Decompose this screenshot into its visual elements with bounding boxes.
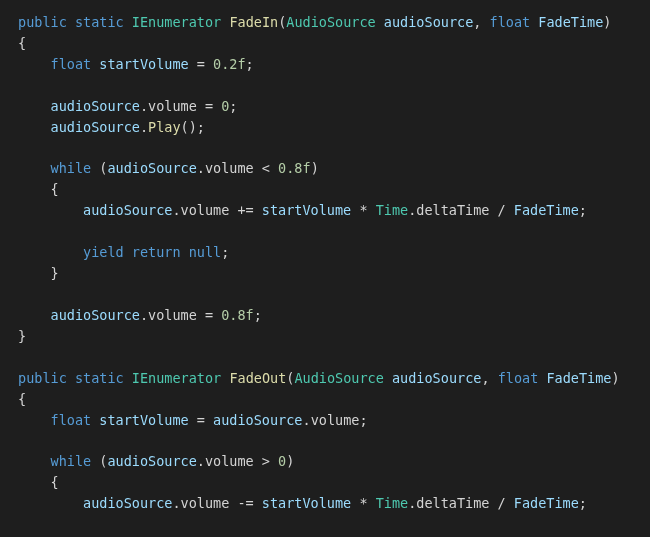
brace: }: [51, 265, 59, 281]
var: audioSource: [83, 202, 172, 218]
keyword: public: [18, 370, 67, 386]
method: Play: [148, 119, 181, 135]
op: .volume =: [140, 307, 221, 323]
var: audioSource: [83, 495, 172, 511]
code-block: public static IEnumerator FadeIn(AudioSo…: [18, 12, 632, 537]
keyword: null: [189, 244, 222, 260]
keyword: float: [490, 14, 531, 30]
keyword: static: [75, 370, 124, 386]
var: audioSource: [107, 160, 196, 176]
op: .deltaTime /: [408, 495, 514, 511]
number: 0.8f: [278, 160, 311, 176]
number: 0.2f: [213, 56, 246, 72]
keyword: float: [51, 56, 92, 72]
brace: {: [18, 35, 26, 51]
param: audioSource: [384, 14, 473, 30]
brace: }: [18, 328, 26, 344]
function-name: FadeIn: [229, 14, 278, 30]
var: audioSource: [51, 119, 140, 135]
var: startVolume: [99, 56, 188, 72]
var: FadeTime: [514, 495, 579, 511]
var: audioSource: [51, 98, 140, 114]
keyword: float: [498, 370, 539, 386]
var: audioSource: [213, 412, 302, 428]
op: ();: [181, 119, 205, 135]
type: AudioSource: [286, 14, 375, 30]
op: .volume +=: [172, 202, 261, 218]
brace: {: [18, 391, 26, 407]
brace: {: [51, 474, 59, 490]
keyword: while: [51, 160, 92, 176]
op: .volume: [140, 98, 197, 114]
op: =: [189, 56, 213, 72]
op: .volume;: [303, 412, 368, 428]
number: 0: [221, 98, 229, 114]
var: startVolume: [262, 202, 351, 218]
var: audioSource: [107, 453, 196, 469]
var: FadeTime: [514, 202, 579, 218]
op: *: [351, 202, 375, 218]
type: IEnumerator: [132, 14, 221, 30]
op: .volume -=: [172, 495, 261, 511]
keyword: float: [51, 412, 92, 428]
keyword: return: [132, 244, 181, 260]
param: FadeTime: [538, 14, 603, 30]
keyword: static: [75, 14, 124, 30]
function-name: FadeOut: [229, 370, 286, 386]
type: IEnumerator: [132, 370, 221, 386]
keyword: yield: [83, 244, 124, 260]
brace: {: [51, 181, 59, 197]
var: startVolume: [99, 412, 188, 428]
op: =: [197, 98, 221, 114]
var: audioSource: [51, 307, 140, 323]
type: Time: [376, 495, 409, 511]
op: .: [140, 119, 148, 135]
type: AudioSource: [294, 370, 383, 386]
keyword: public: [18, 14, 67, 30]
op: *: [351, 495, 375, 511]
op: .deltaTime /: [408, 202, 514, 218]
param: audioSource: [392, 370, 481, 386]
keyword: while: [51, 453, 92, 469]
param: FadeTime: [546, 370, 611, 386]
var: startVolume: [262, 495, 351, 511]
op: =: [189, 412, 213, 428]
op: .volume <: [197, 160, 278, 176]
op: .volume >: [197, 453, 278, 469]
type: Time: [376, 202, 409, 218]
number: 0: [278, 453, 286, 469]
number: 0.8f: [221, 307, 254, 323]
